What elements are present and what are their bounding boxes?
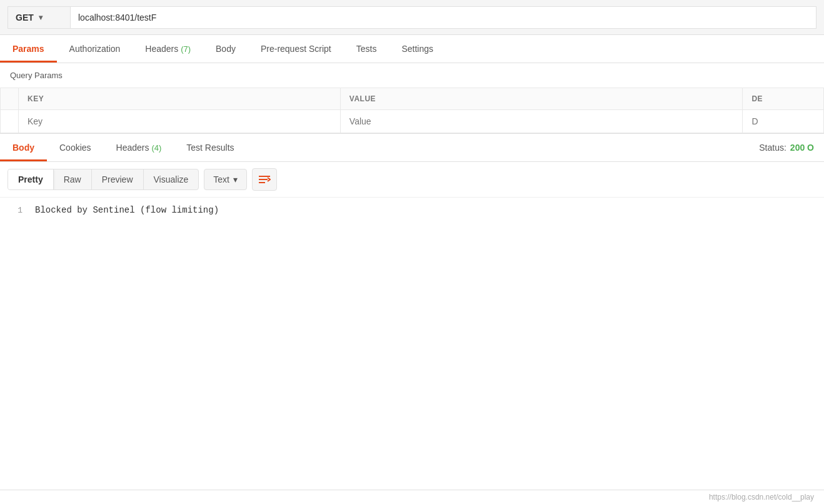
desc-input[interactable] <box>743 110 823 133</box>
row-checkbox-cell <box>1 110 19 133</box>
format-preview-button[interactable]: Preview <box>92 169 144 189</box>
col-description: DE <box>743 88 824 110</box>
line-number: 1 <box>10 206 23 215</box>
col-value: VALUE <box>340 88 743 110</box>
format-visualize-button[interactable]: Visualize <box>144 169 199 189</box>
col-key: KEY <box>19 88 341 110</box>
tab-headers[interactable]: Headers (7) <box>133 35 203 63</box>
status-code: 200 O <box>790 143 814 153</box>
format-raw-button[interactable]: Raw <box>54 169 92 189</box>
response-tab-body[interactable]: Body <box>0 134 47 161</box>
method-selector[interactable]: GET ▾ <box>8 6 70 29</box>
tab-settings[interactable]: Settings <box>389 35 446 63</box>
response-tabs-left: Body Cookies Headers (4) Test Results <box>0 134 247 161</box>
response-toolbar: Pretty Raw Preview Visualize Text ▾ <box>0 162 824 198</box>
response-tab-cookies[interactable]: Cookies <box>47 134 104 161</box>
top-bar: GET ▾ <box>0 0 824 35</box>
response-tabs: Body Cookies Headers (4) Test Results St… <box>0 134 824 162</box>
key-input[interactable] <box>19 110 340 133</box>
table-row <box>1 110 824 133</box>
format-pretty-button[interactable]: Pretty <box>8 169 54 189</box>
word-wrap-button[interactable] <box>252 168 277 191</box>
format-group: Pretty Raw Preview Visualize <box>8 169 199 190</box>
value-cell[interactable] <box>340 110 743 133</box>
params-table: KEY VALUE DE <box>0 88 824 133</box>
desc-cell[interactable] <box>743 110 824 133</box>
tab-tests[interactable]: Tests <box>344 35 389 63</box>
response-tab-headers[interactable]: Headers (4) <box>104 134 174 161</box>
tab-params[interactable]: Params <box>0 35 57 63</box>
text-type-label: Text <box>213 174 229 184</box>
tab-body[interactable]: Body <box>203 35 248 63</box>
text-dropdown-chevron-icon: ▾ <box>233 174 238 184</box>
url-input[interactable] <box>70 6 816 29</box>
key-cell[interactable] <box>19 110 341 133</box>
wrap-icon <box>258 174 271 185</box>
response-body: 1 Blocked by Sentinel (flow limiting) <box>0 198 824 223</box>
tab-authorization[interactable]: Authorization <box>57 35 133 63</box>
response-headers-badge: (4) <box>151 143 161 153</box>
status-area: Status: 200 O <box>749 143 824 153</box>
method-label: GET <box>16 13 34 23</box>
headers-badge: (7) <box>181 44 191 54</box>
col-checkbox <box>1 88 19 110</box>
value-input[interactable] <box>341 110 743 133</box>
method-chevron-icon: ▾ <box>39 13 43 22</box>
line-content: Blocked by Sentinel (flow limiting) <box>35 205 219 215</box>
text-type-dropdown[interactable]: Text ▾ <box>204 169 247 190</box>
response-line: 1 Blocked by Sentinel (flow limiting) <box>10 205 814 215</box>
response-tab-test-results[interactable]: Test Results <box>174 134 246 161</box>
query-params-title: Query Params <box>0 63 824 88</box>
tab-pre-request-script[interactable]: Pre-request Script <box>248 35 344 63</box>
request-tabs: Params Authorization Headers (7) Body Pr… <box>0 35 824 63</box>
status-label: Status: <box>759 143 786 153</box>
